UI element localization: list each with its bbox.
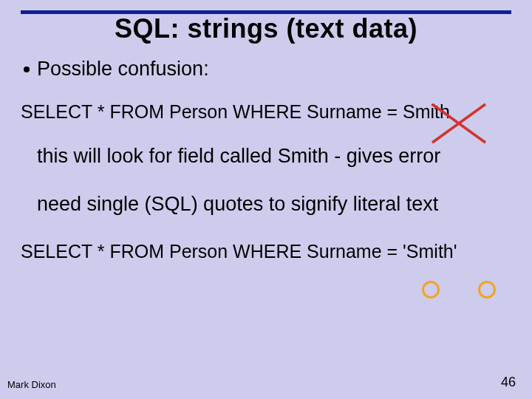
slide-body: Possible confusion: SELECT * FROM Person…: [21, 58, 511, 284]
explain-line-2: need single (SQL) quotes to signify lite…: [37, 193, 511, 216]
slide-title: SQL: strings (text data): [0, 13, 532, 44]
explain-line-1: this will look for field called Smith - …: [37, 145, 511, 168]
bullet-text-1: Possible confusion:: [37, 58, 209, 81]
sql-wrong-line: SELECT * FROM Person WHERE Surname = Smi…: [21, 101, 511, 123]
slide: SQL: strings (text data) Possible confus…: [0, 0, 532, 399]
footer-author: Mark Dixon: [7, 379, 56, 390]
sql-right-line: SELECT * FROM Person WHERE Surname = 'Sm…: [21, 241, 511, 262]
bullet-dot: [24, 66, 30, 72]
bullet-row-1: Possible confusion:: [21, 58, 511, 81]
footer-page-number: 46: [501, 375, 516, 390]
